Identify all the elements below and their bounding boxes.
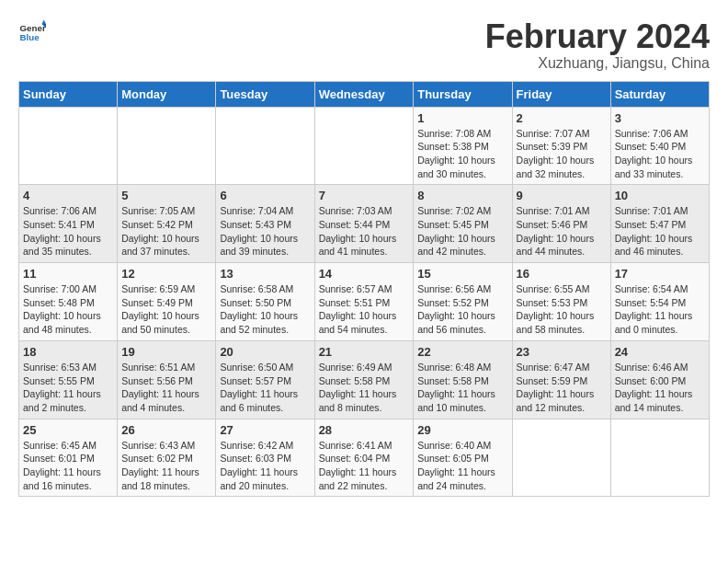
calendar-cell: 22Sunrise: 6:48 AM Sunset: 5:58 PM Dayli… — [414, 340, 512, 419]
calendar-cell: 2Sunrise: 7:07 AM Sunset: 5:39 PM Daylig… — [512, 107, 610, 185]
day-number: 18 — [23, 345, 113, 359]
header-sunday: Sunday — [19, 81, 118, 107]
calendar-cell: 18Sunrise: 6:53 AM Sunset: 5:55 PM Dayli… — [19, 340, 118, 419]
calendar-cell: 10Sunrise: 7:01 AM Sunset: 5:47 PM Dayli… — [610, 185, 709, 263]
day-info: Sunrise: 6:50 AM Sunset: 5:57 PM Dayligh… — [220, 361, 310, 415]
calendar-cell: 29Sunrise: 6:40 AM Sunset: 6:05 PM Dayli… — [414, 419, 512, 497]
calendar-cell: 28Sunrise: 6:41 AM Sunset: 6:04 PM Dayli… — [314, 419, 414, 497]
day-number: 9 — [517, 189, 607, 202]
day-info: Sunrise: 6:59 AM Sunset: 5:49 PM Dayligh… — [121, 282, 211, 337]
day-number: 3 — [615, 111, 705, 125]
day-info: Sunrise: 7:04 AM Sunset: 5:43 PM Dayligh… — [220, 204, 310, 259]
calendar-cell — [512, 419, 610, 497]
calendar-cell: 15Sunrise: 6:56 AM Sunset: 5:52 PM Dayli… — [414, 263, 512, 341]
day-number: 19 — [121, 345, 211, 359]
calendar-cell: 8Sunrise: 7:02 AM Sunset: 5:45 PM Daylig… — [414, 185, 512, 263]
calendar-cell: 19Sunrise: 6:51 AM Sunset: 5:56 PM Dayli… — [118, 340, 216, 419]
calendar-cell: 17Sunrise: 6:54 AM Sunset: 5:54 PM Dayli… — [610, 263, 709, 341]
calendar-cell: 24Sunrise: 6:46 AM Sunset: 6:00 PM Dayli… — [610, 340, 709, 419]
day-info: Sunrise: 6:51 AM Sunset: 5:56 PM Dayligh… — [121, 361, 211, 415]
calendar-header-row: SundayMondayTuesdayWednesdayThursdayFrid… — [19, 81, 710, 107]
day-number: 7 — [319, 189, 410, 202]
calendar-table: SundayMondayTuesdayWednesdayThursdayFrid… — [18, 81, 710, 498]
header-saturday: Saturday — [610, 81, 709, 107]
day-info: Sunrise: 6:49 AM Sunset: 5:58 PM Dayligh… — [319, 361, 410, 415]
day-info: Sunrise: 6:45 AM Sunset: 6:01 PM Dayligh… — [23, 439, 113, 493]
calendar-week-1: 1Sunrise: 7:08 AM Sunset: 5:38 PM Daylig… — [19, 107, 710, 185]
day-number: 10 — [615, 189, 705, 202]
svg-text:Blue: Blue — [20, 32, 40, 42]
calendar-cell: 6Sunrise: 7:04 AM Sunset: 5:43 PM Daylig… — [216, 185, 314, 263]
calendar-cell: 12Sunrise: 6:59 AM Sunset: 5:49 PM Dayli… — [118, 263, 216, 341]
day-info: Sunrise: 6:42 AM Sunset: 6:03 PM Dayligh… — [220, 439, 310, 493]
day-info: Sunrise: 7:02 AM Sunset: 5:45 PM Dayligh… — [417, 204, 507, 259]
day-number: 28 — [319, 423, 410, 437]
svg-marker-2 — [42, 20, 47, 25]
day-number: 14 — [319, 267, 410, 281]
calendar-cell — [118, 107, 216, 185]
page-title: February 2024 — [485, 18, 710, 55]
day-number: 21 — [319, 345, 410, 359]
calendar-cell — [19, 107, 118, 185]
logo-icon: General Blue — [18, 18, 46, 46]
day-number: 24 — [615, 345, 705, 359]
day-number: 25 — [23, 423, 113, 437]
day-number: 23 — [517, 345, 607, 359]
calendar-cell: 16Sunrise: 6:55 AM Sunset: 5:53 PM Dayli… — [512, 263, 610, 341]
day-number: 20 — [220, 345, 310, 359]
day-number: 4 — [23, 189, 113, 202]
day-number: 26 — [121, 423, 211, 437]
day-info: Sunrise: 6:56 AM Sunset: 5:52 PM Dayligh… — [417, 282, 507, 337]
calendar-cell: 25Sunrise: 6:45 AM Sunset: 6:01 PM Dayli… — [19, 419, 118, 497]
calendar-week-3: 11Sunrise: 7:00 AM Sunset: 5:48 PM Dayli… — [19, 263, 710, 341]
day-number: 15 — [417, 267, 507, 281]
day-number: 27 — [220, 423, 310, 437]
day-info: Sunrise: 6:46 AM Sunset: 6:00 PM Dayligh… — [615, 361, 705, 415]
day-info: Sunrise: 7:07 AM Sunset: 5:39 PM Dayligh… — [517, 127, 607, 181]
day-info: Sunrise: 7:05 AM Sunset: 5:42 PM Dayligh… — [121, 204, 211, 259]
logo: General Blue — [18, 18, 46, 46]
calendar-week-4: 18Sunrise: 6:53 AM Sunset: 5:55 PM Dayli… — [19, 340, 710, 419]
day-info: Sunrise: 6:54 AM Sunset: 5:54 PM Dayligh… — [615, 282, 705, 337]
day-info: Sunrise: 6:43 AM Sunset: 6:02 PM Dayligh… — [121, 439, 211, 493]
day-info: Sunrise: 7:06 AM Sunset: 5:40 PM Dayligh… — [615, 127, 705, 181]
day-number: 5 — [121, 189, 211, 202]
calendar-cell: 4Sunrise: 7:06 AM Sunset: 5:41 PM Daylig… — [19, 185, 118, 263]
header-monday: Monday — [118, 81, 216, 107]
calendar-cell: 26Sunrise: 6:43 AM Sunset: 6:02 PM Dayli… — [118, 419, 216, 497]
day-number: 11 — [23, 267, 113, 281]
calendar-cell: 13Sunrise: 6:58 AM Sunset: 5:50 PM Dayli… — [216, 263, 314, 341]
header-thursday: Thursday — [414, 81, 512, 107]
calendar-cell: 20Sunrise: 6:50 AM Sunset: 5:57 PM Dayli… — [216, 340, 314, 419]
page-header: General Blue February 2024 Xuzhuang, Jia… — [18, 18, 710, 72]
day-info: Sunrise: 6:58 AM Sunset: 5:50 PM Dayligh… — [220, 282, 310, 337]
day-number: 1 — [417, 111, 507, 125]
calendar-cell: 7Sunrise: 7:03 AM Sunset: 5:44 PM Daylig… — [314, 185, 414, 263]
day-info: Sunrise: 7:01 AM Sunset: 5:46 PM Dayligh… — [517, 204, 607, 259]
day-info: Sunrise: 6:40 AM Sunset: 6:05 PM Dayligh… — [417, 439, 507, 493]
day-info: Sunrise: 6:41 AM Sunset: 6:04 PM Dayligh… — [319, 439, 410, 493]
day-info: Sunrise: 7:01 AM Sunset: 5:47 PM Dayligh… — [615, 204, 705, 259]
calendar-cell: 9Sunrise: 7:01 AM Sunset: 5:46 PM Daylig… — [512, 185, 610, 263]
day-number: 12 — [121, 267, 211, 281]
day-number: 22 — [417, 345, 507, 359]
calendar-cell — [216, 107, 314, 185]
day-info: Sunrise: 7:06 AM Sunset: 5:41 PM Dayligh… — [23, 204, 113, 259]
day-info: Sunrise: 6:47 AM Sunset: 5:59 PM Dayligh… — [517, 361, 607, 415]
calendar-cell — [610, 419, 709, 497]
calendar-cell: 23Sunrise: 6:47 AM Sunset: 5:59 PM Dayli… — [512, 340, 610, 419]
day-info: Sunrise: 7:00 AM Sunset: 5:48 PM Dayligh… — [23, 282, 113, 337]
day-number: 2 — [517, 111, 607, 125]
calendar-cell — [314, 107, 414, 185]
day-info: Sunrise: 6:55 AM Sunset: 5:53 PM Dayligh… — [517, 282, 607, 337]
calendar-week-2: 4Sunrise: 7:06 AM Sunset: 5:41 PM Daylig… — [19, 185, 710, 263]
day-info: Sunrise: 7:03 AM Sunset: 5:44 PM Dayligh… — [319, 204, 410, 259]
day-number: 6 — [220, 189, 310, 202]
header-wednesday: Wednesday — [314, 81, 414, 107]
header-friday: Friday — [512, 81, 610, 107]
day-number: 8 — [417, 189, 507, 202]
day-info: Sunrise: 6:57 AM Sunset: 5:51 PM Dayligh… — [319, 282, 410, 337]
day-number: 16 — [517, 267, 607, 281]
calendar-cell: 11Sunrise: 7:00 AM Sunset: 5:48 PM Dayli… — [19, 263, 118, 341]
calendar-cell: 27Sunrise: 6:42 AM Sunset: 6:03 PM Dayli… — [216, 419, 314, 497]
